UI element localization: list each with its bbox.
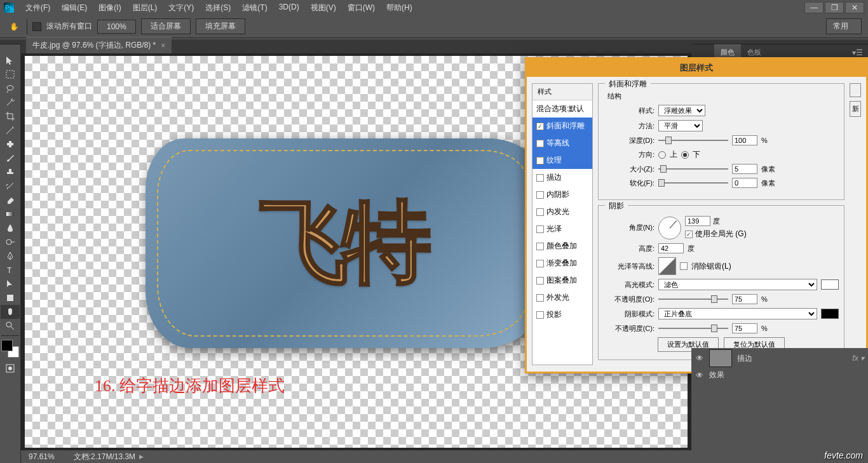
fit-screen-button[interactable]: 适合屏幕	[141, 18, 191, 34]
tools-collapse-grip[interactable]	[0, 39, 21, 44]
menu-edit[interactable]: 编辑(E)	[57, 1, 92, 15]
texture-checkbox[interactable]	[536, 157, 544, 164]
menu-view[interactable]: 视图(V)	[306, 1, 341, 15]
blur-tool[interactable]	[1, 221, 20, 235]
soften-slider[interactable]	[658, 178, 728, 188]
shadow-opacity-input[interactable]	[732, 323, 757, 333]
style-blending[interactable]: 混合选项:默认	[532, 100, 592, 117]
global-light-checkbox[interactable]	[685, 231, 693, 238]
highlight-color-swatch[interactable]	[821, 279, 839, 290]
style-inner-glow[interactable]: 内发光	[532, 203, 592, 220]
direction-up-radio[interactable]	[658, 151, 666, 159]
style-select[interactable]: 浮雕效果	[658, 105, 705, 116]
anti-alias-checkbox[interactable]	[680, 262, 688, 270]
zoom-100-button[interactable]: 100%	[97, 20, 136, 34]
bevel-checkbox[interactable]	[536, 123, 544, 130]
pen-tool[interactable]	[1, 249, 20, 263]
fill-screen-button[interactable]: 填充屏幕	[196, 18, 245, 34]
quickmask-tool[interactable]	[1, 361, 20, 375]
dodge-tool[interactable]	[1, 235, 20, 249]
foreground-color[interactable]	[1, 340, 13, 351]
style-satin[interactable]: 光泽	[532, 220, 592, 238]
menu-window[interactable]: 窗口(W)	[342, 1, 380, 15]
workspace-dropdown[interactable]: 常用	[826, 18, 862, 34]
style-bevel[interactable]: 斜面和浮雕	[532, 117, 592, 135]
angle-input[interactable]	[685, 216, 710, 226]
panels-collapse-grip[interactable]	[691, 39, 868, 44]
crop-tool[interactable]	[1, 109, 20, 123]
color-overlay-checkbox[interactable]	[536, 243, 544, 250]
path-select-tool[interactable]	[1, 277, 20, 291]
soften-input[interactable]	[732, 178, 757, 188]
layer-fx-badge[interactable]: fx ▾	[852, 354, 864, 363]
menu-filter[interactable]: 滤镜(T)	[237, 1, 272, 15]
technique-select[interactable]: 平滑	[658, 120, 703, 131]
highlight-mode-select[interactable]: 滤色	[658, 279, 817, 290]
dialog-ok-button[interactable]	[850, 83, 861, 97]
menu-select[interactable]: 选择(S)	[200, 1, 236, 15]
move-tool[interactable]	[1, 53, 20, 67]
visibility-icon[interactable]: 👁	[695, 371, 704, 380]
depth-slider[interactable]	[658, 135, 728, 145]
status-zoom[interactable]: 97.61%	[29, 452, 55, 461]
menu-help[interactable]: 帮助(H)	[381, 1, 417, 15]
color-picker[interactable]	[1, 340, 19, 358]
dialog-new-button[interactable]: 新	[850, 101, 861, 117]
document-tab[interactable]: 牛皮.jpg @ 97.6% (字描边, RGB/8) * ×	[26, 37, 172, 53]
highlight-opacity-slider[interactable]	[658, 294, 728, 304]
visibility-icon[interactable]: 👁	[695, 354, 704, 363]
menu-3d[interactable]: 3D(D)	[274, 1, 304, 15]
outer-glow-checkbox[interactable]	[536, 294, 544, 302]
heal-tool[interactable]	[1, 137, 20, 151]
hand-tool[interactable]	[1, 305, 20, 319]
style-contour[interactable]: 等高线	[532, 135, 592, 152]
angle-wheel[interactable]	[658, 217, 681, 239]
altitude-input[interactable]	[658, 243, 684, 253]
style-pattern-overlay[interactable]: 图案叠加	[532, 272, 592, 289]
scroll-all-checkbox[interactable]	[32, 22, 41, 31]
eraser-tool[interactable]	[1, 193, 20, 207]
history-brush-tool[interactable]	[1, 179, 20, 193]
menu-type[interactable]: 文字(Y)	[163, 1, 199, 15]
direction-down-radio[interactable]	[681, 151, 689, 159]
shadow-opacity-slider[interactable]	[658, 323, 728, 333]
size-input[interactable]	[732, 164, 757, 174]
layer-thumbnail[interactable]	[709, 349, 732, 367]
lasso-tool[interactable]	[1, 81, 20, 95]
style-gradient-overlay[interactable]: 渐变叠加	[532, 255, 592, 272]
menu-layer[interactable]: 图层(L)	[128, 1, 163, 15]
zoom-tool[interactable]	[1, 319, 20, 333]
stamp-tool[interactable]	[1, 165, 20, 179]
minimize-button[interactable]: —	[804, 2, 824, 13]
menu-file[interactable]: 文件(F)	[20, 1, 55, 15]
maximize-button[interactable]: ❐	[825, 2, 844, 13]
type-tool[interactable]: T	[1, 263, 20, 277]
wand-tool[interactable]	[1, 95, 20, 109]
close-button[interactable]: ✕	[845, 2, 864, 13]
pattern-overlay-checkbox[interactable]	[536, 277, 544, 285]
contour-checkbox[interactable]	[536, 140, 544, 147]
gloss-contour-picker[interactable]	[658, 257, 676, 275]
marquee-tool[interactable]	[1, 67, 20, 81]
menu-image[interactable]: 图像(I)	[93, 1, 126, 15]
shadow-mode-select[interactable]: 正片叠底	[658, 308, 817, 319]
inner-shadow-checkbox[interactable]	[536, 191, 544, 199]
style-texture[interactable]: 纹理	[532, 152, 592, 169]
depth-input[interactable]	[732, 135, 757, 145]
drop-shadow-checkbox[interactable]	[536, 311, 544, 319]
gradient-overlay-checkbox[interactable]	[536, 260, 544, 267]
highlight-opacity-input[interactable]	[732, 294, 757, 304]
gradient-tool[interactable]	[1, 207, 20, 221]
style-color-overlay[interactable]: 颜色叠加	[532, 238, 592, 255]
stroke-checkbox[interactable]	[536, 174, 544, 182]
shape-tool[interactable]	[1, 291, 20, 305]
status-arrow-icon[interactable]: ▶	[139, 453, 144, 460]
size-slider[interactable]	[658, 164, 728, 174]
style-drop-shadow[interactable]: 投影	[532, 306, 592, 323]
satin-checkbox[interactable]	[536, 225, 544, 233]
tab-close-icon[interactable]: ×	[161, 41, 165, 50]
brush-tool[interactable]	[1, 151, 20, 165]
layer-row-stroke[interactable]: 👁 描边 fx ▾	[691, 348, 868, 368]
shadow-color-swatch[interactable]	[821, 309, 839, 319]
layer-row-effects[interactable]: 👁 效果	[691, 368, 868, 382]
